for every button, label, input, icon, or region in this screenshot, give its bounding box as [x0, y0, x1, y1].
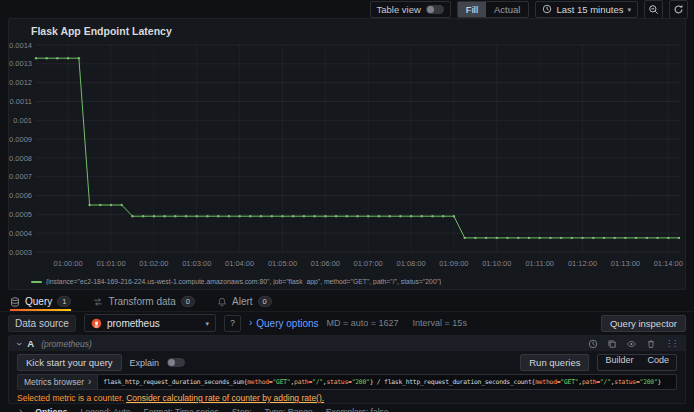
query-options-toggle[interactable]: › Query options [249, 318, 319, 329]
query-inspector-button[interactable]: Query inspector [601, 315, 686, 332]
svg-text:0.0013: 0.0013 [9, 59, 32, 68]
query-right-controls: Run queries Builder Code [520, 354, 677, 371]
svg-text:01:04:00: 01:04:00 [225, 259, 254, 268]
legend-series-color [31, 281, 42, 283]
query-toolbar-row: Kick start your query Explain Run querie… [9, 351, 685, 373]
query-datasource-hint: (prometheus) [41, 339, 92, 349]
transform-icon [93, 297, 103, 307]
svg-text:0.0003: 0.0003 [9, 248, 32, 257]
tab-transform-count-badge: 0 [181, 296, 195, 307]
chevron-right-icon[interactable]: › [19, 407, 22, 412]
edit-tabs: Query 1 Transform data 0 Alert 0 [0, 292, 694, 312]
tab-transform-label: Transform data [108, 296, 175, 307]
svg-text:01:05:00: 01:05:00 [268, 259, 297, 268]
zoom-out-button[interactable] [644, 0, 663, 19]
table-view-label: Table view [377, 4, 421, 15]
options-format-summary: Format: Time series [144, 407, 219, 412]
svg-text:0.0006: 0.0006 [9, 191, 32, 200]
svg-text:0.0007: 0.0007 [9, 172, 32, 181]
time-range-picker[interactable]: Last 15 minutes ▾ [535, 1, 638, 18]
svg-text:0.0011: 0.0011 [10, 97, 32, 106]
options-step-summary: Step: [232, 407, 252, 412]
refresh-icon [673, 4, 684, 15]
query-options-label: Query options [256, 318, 318, 329]
query-options-summary: MD = auto = 1627 Interval = 15s [327, 318, 467, 328]
svg-text:01:08:00: 01:08:00 [396, 259, 425, 268]
svg-text:01:02:00: 01:02:00 [139, 259, 168, 268]
builder-code-segmented: Builder Code [597, 354, 677, 371]
table-view-toggle[interactable] [426, 5, 444, 14]
query-row-header: › A (prometheus) ⋮⋮ [9, 336, 685, 351]
latency-chart[interactable]: 0.00030.00040.00050.00060.00070.00080.00… [9, 39, 685, 275]
clock-icon [542, 4, 552, 14]
explain-label: Explain [130, 358, 160, 368]
svg-text:01:01:00: 01:01:00 [96, 259, 125, 268]
fill-actual-segmented: Fill Actual [457, 1, 530, 18]
options-exemplars-summary: Exemplars: false [326, 407, 389, 412]
add-rate-link[interactable]: Consider calculating rate of counter by … [126, 393, 324, 403]
svg-text:01:07:00: 01:07:00 [354, 259, 383, 268]
query-code-row: Metrics browser › flask_http_request_dur… [9, 373, 685, 390]
query-row-actions: ⋮⋮ [588, 339, 677, 349]
hide-query-eye-icon[interactable] [626, 339, 637, 349]
metrics-browser-label: Metrics browser [24, 377, 84, 387]
tab-alert-count-badge: 0 [258, 296, 272, 307]
chart-legend[interactable]: {instance="ec2-184-169-216-224.us-west-1… [9, 278, 685, 285]
options-toggle-label[interactable]: Options [35, 407, 67, 412]
collapse-chevron-icon[interactable]: › [14, 342, 24, 345]
time-range-label: Last 15 minutes [556, 4, 623, 15]
options-legend-summary: Legend: Auto [80, 407, 130, 412]
query-ref-id: A [27, 338, 34, 349]
metrics-browser-button[interactable]: Metrics browser › [17, 374, 97, 390]
svg-text:0.0008: 0.0008 [9, 154, 32, 163]
tab-query-label: Query [25, 296, 52, 307]
datasource-help-button[interactable]: ? [224, 315, 241, 332]
svg-text:01:10:00: 01:10:00 [482, 259, 511, 268]
query-code-input[interactable]: flask_http_request_duration_seconds_sum{… [97, 374, 677, 390]
prometheus-icon [91, 318, 102, 329]
datasource-row: Data source prometheus ▾ ? › Query optio… [0, 313, 694, 333]
max-data-points-summary: MD = auto = 1627 [327, 318, 399, 328]
svg-text:0.0004: 0.0004 [9, 229, 32, 238]
database-icon [10, 297, 20, 307]
kick-start-query-button[interactable]: Kick start your query [17, 354, 122, 371]
duplicate-query-icon[interactable] [607, 339, 617, 349]
tab-query-count-badge: 1 [57, 296, 71, 307]
svg-text:01:13:00: 01:13:00 [611, 259, 640, 268]
query-options-footer: › Options Legend: Auto Format: Time seri… [9, 403, 685, 412]
explain-toggle[interactable] [167, 358, 185, 367]
actual-button[interactable]: Actual [486, 2, 528, 17]
chevron-right-icon: › [249, 318, 252, 328]
bell-icon [217, 297, 227, 307]
tab-query[interactable]: Query 1 [10, 292, 71, 311]
chevron-down-icon: ▾ [627, 6, 631, 13]
drag-handle-icon[interactable]: ⋮⋮ [665, 339, 677, 348]
tab-transform-data[interactable]: Transform data 0 [93, 292, 195, 311]
refresh-button[interactable] [669, 0, 688, 19]
grafana-panel-editor: Table view Fill Actual Last 15 minutes ▾ [0, 0, 694, 412]
table-view-group: Table view [370, 1, 451, 18]
chevron-right-icon: › [88, 377, 91, 387]
svg-text:01:12:00: 01:12:00 [568, 259, 597, 268]
query-editor-card: › A (prometheus) ⋮⋮ [8, 335, 686, 404]
fill-button[interactable]: Fill [458, 2, 486, 17]
datasource-value: prometheus [107, 318, 160, 329]
svg-text:0.0009: 0.0009 [9, 135, 32, 144]
code-mode-button[interactable]: Code [640, 355, 676, 370]
svg-text:01:00:00: 01:00:00 [53, 259, 82, 268]
svg-text:0.0012: 0.0012 [9, 78, 32, 87]
delete-query-trash-icon[interactable] [646, 339, 656, 349]
svg-text:0.0005: 0.0005 [9, 210, 32, 219]
builder-mode-button[interactable]: Builder [598, 355, 640, 370]
latency-panel: Flask App Endpoint Latency 0.00030.00040… [8, 18, 686, 290]
query-history-icon[interactable] [588, 339, 598, 349]
svg-text:01:09:00: 01:09:00 [439, 259, 468, 268]
datasource-label: Data source [8, 315, 76, 332]
counter-warning: Selected metric is a counter. Consider c… [9, 390, 685, 403]
tab-alert[interactable]: Alert 0 [217, 292, 272, 311]
panel-title: Flask App Endpoint Latency [9, 19, 685, 38]
svg-text:0.001: 0.001 [13, 116, 32, 125]
datasource-select[interactable]: prometheus ▾ [84, 314, 216, 332]
interval-summary: Interval = 15s [413, 318, 467, 328]
run-queries-button[interactable]: Run queries [520, 354, 589, 371]
